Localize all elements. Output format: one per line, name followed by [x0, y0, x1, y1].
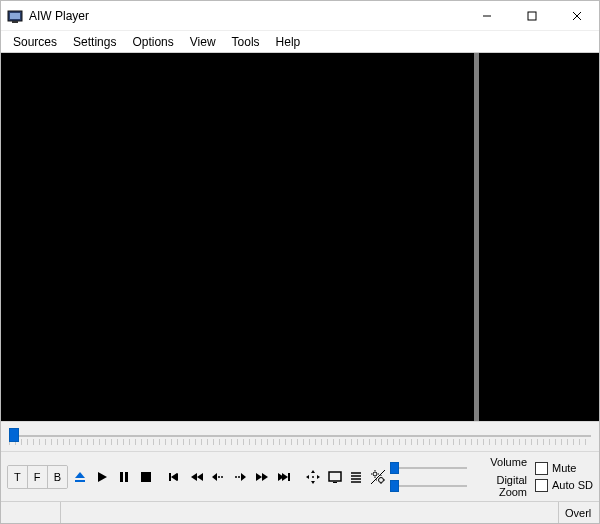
svg-rect-2	[12, 21, 18, 23]
svg-marker-31	[306, 475, 309, 479]
skip-forward-button[interactable]	[274, 466, 294, 488]
fast-forward-button[interactable]	[252, 466, 272, 488]
slider-labels: Volume Digital Zoom	[475, 456, 527, 498]
status-cell-1	[1, 502, 61, 523]
svg-marker-17	[197, 473, 203, 481]
volume-thumb[interactable]	[390, 462, 399, 474]
volume-label: Volume	[475, 456, 527, 468]
fullscreen-button[interactable]	[325, 466, 345, 488]
svg-marker-32	[317, 475, 320, 479]
svg-marker-27	[282, 473, 288, 481]
video-side-panel[interactable]	[479, 53, 599, 421]
b-mode-button[interactable]: B	[48, 466, 68, 488]
svg-rect-11	[125, 472, 128, 482]
checkbox-column: Mute Auto SD	[535, 462, 593, 492]
mute-row: Mute	[535, 462, 593, 475]
mute-checkbox[interactable]	[535, 462, 548, 475]
menu-tools[interactable]: Tools	[224, 33, 268, 51]
svg-marker-15	[172, 473, 178, 481]
svg-marker-9	[98, 472, 107, 482]
svg-marker-29	[311, 470, 315, 473]
svg-rect-13	[169, 473, 171, 481]
brightness-button[interactable]	[368, 466, 388, 488]
seek-slider[interactable]	[9, 426, 591, 446]
menubar: Sources Settings Options View Tools Help	[1, 31, 599, 53]
video-area	[1, 53, 599, 421]
eject-button[interactable]	[70, 466, 90, 488]
rewind-button[interactable]	[187, 466, 207, 488]
auto-sd-checkbox[interactable]	[535, 479, 548, 492]
svg-rect-35	[333, 482, 337, 483]
app-window: AIW Player Sources Settings Options View…	[0, 0, 600, 524]
maximize-button[interactable]	[509, 1, 554, 31]
auto-sd-label: Auto SD	[552, 479, 593, 491]
svg-point-22	[238, 476, 240, 478]
skip-back-button[interactable]	[165, 466, 185, 488]
step-forward-button[interactable]	[230, 466, 250, 488]
svg-marker-24	[256, 473, 262, 481]
zoom-slider[interactable]	[390, 481, 466, 491]
svg-marker-16	[191, 473, 197, 481]
status-overlay-label: Overl	[565, 507, 591, 519]
svg-point-20	[221, 476, 223, 478]
pause-button[interactable]	[114, 466, 134, 488]
status-overlay-cell: Overl	[559, 502, 599, 523]
sliders-column	[390, 463, 466, 491]
play-button[interactable]	[92, 466, 112, 488]
svg-rect-8	[75, 480, 85, 482]
svg-point-19	[218, 476, 220, 478]
minimize-button[interactable]	[464, 1, 509, 31]
window-title: AIW Player	[29, 9, 89, 23]
f-mode-button[interactable]: F	[28, 466, 48, 488]
video-main-panel[interactable]	[1, 53, 474, 421]
mute-label: Mute	[552, 462, 576, 474]
zoom-track	[390, 485, 466, 487]
svg-rect-12	[141, 472, 151, 482]
svg-marker-25	[262, 473, 268, 481]
window-controls	[464, 1, 599, 31]
status-cell-2	[61, 502, 559, 523]
svg-point-40	[373, 472, 377, 476]
menu-settings[interactable]: Settings	[65, 33, 124, 51]
stop-button[interactable]	[136, 466, 156, 488]
seek-ticks	[9, 439, 591, 445]
svg-marker-30	[311, 481, 315, 484]
statusbar: Overl	[1, 501, 599, 523]
seek-track-line	[9, 435, 591, 437]
volume-slider[interactable]	[390, 463, 466, 473]
menu-sources[interactable]: Sources	[5, 33, 65, 51]
close-button[interactable]	[554, 1, 599, 31]
digital-zoom-label: Digital Zoom	[475, 474, 527, 498]
mode-button-group: T F B	[7, 465, 68, 489]
right-controls: Volume Digital Zoom Mute Auto SD	[390, 456, 593, 498]
svg-point-33	[312, 476, 314, 478]
zoom-thumb[interactable]	[390, 480, 399, 492]
controls-toolbar: T F B	[1, 451, 599, 501]
seek-bar-area	[1, 421, 599, 451]
svg-rect-4	[528, 12, 536, 20]
svg-marker-18	[212, 473, 217, 481]
svg-point-21	[235, 476, 237, 478]
step-back-button[interactable]	[208, 466, 228, 488]
menu-options[interactable]: Options	[124, 33, 181, 51]
auto-sd-row: Auto SD	[535, 479, 593, 492]
svg-rect-34	[329, 472, 341, 481]
svg-point-46	[379, 477, 384, 482]
volume-track	[390, 467, 466, 469]
titlebar: AIW Player	[1, 1, 599, 31]
app-icon	[7, 8, 23, 24]
menu-help[interactable]: Help	[268, 33, 309, 51]
seek-thumb[interactable]	[9, 428, 19, 442]
svg-marker-7	[75, 472, 85, 478]
svg-rect-28	[288, 473, 290, 481]
menu-view[interactable]: View	[182, 33, 224, 51]
playlist-button[interactable]	[347, 466, 367, 488]
svg-rect-10	[120, 472, 123, 482]
move-icon-button[interactable]	[303, 466, 323, 488]
t-mode-button[interactable]: T	[8, 466, 28, 488]
svg-marker-23	[241, 473, 246, 481]
svg-rect-1	[10, 13, 20, 19]
